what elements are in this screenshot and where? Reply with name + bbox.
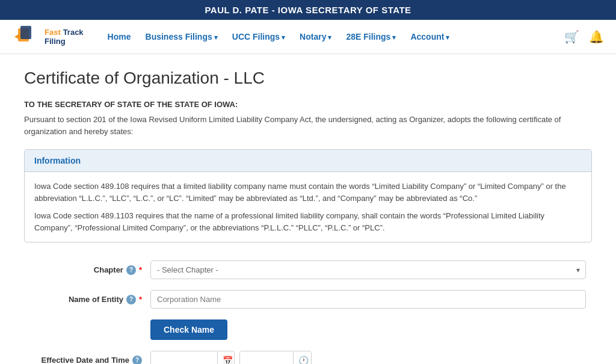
effective-date-calendar-icon[interactable]: 📅	[217, 352, 235, 365]
chapter-row: Chapter ? * - Select Chapter -	[24, 261, 592, 279]
logo-text: Fast Track Filing	[45, 28, 84, 46]
account-chevron	[446, 32, 449, 42]
page-title: Certificate of Organization - LLC	[24, 69, 592, 88]
logo-icon	[12, 25, 41, 49]
banner-text: PAUL D. PATE - IOWA SECRETARY OF STATE	[205, 5, 411, 15]
main-content: Certificate of Organization - LLC TO THE…	[0, 54, 616, 364]
form-section: Chapter ? * - Select Chapter - Name of E…	[24, 254, 592, 364]
28e-filings-chevron	[392, 32, 396, 42]
nav-ucc-filings[interactable]: UCC Filings	[226, 28, 291, 45]
notary-chevron	[328, 32, 331, 42]
effective-time-input[interactable]	[240, 351, 293, 364]
nav-28e-filings[interactable]: 28E Filings	[340, 28, 402, 45]
effective-time-clock-icon[interactable]: 🕐	[293, 352, 312, 365]
chapter-select[interactable]: - Select Chapter -	[150, 261, 586, 279]
name-entity-control	[150, 290, 586, 309]
name-required-star: *	[139, 295, 142, 304]
name-entity-row: Name of Entity ? *	[24, 290, 592, 309]
notifications-button[interactable]: 🔔	[589, 29, 604, 44]
chapter-label: Chapter ? *	[30, 265, 150, 275]
effective-date-control: 📅 🕐	[150, 351, 586, 364]
nav-links: Home Business Filings UCC Filings Notary…	[102, 28, 564, 45]
check-name-button[interactable]: Check Name	[150, 319, 227, 340]
navbar: Fast Track Filing Home Business Filings …	[0, 20, 616, 54]
ucc-filings-chevron	[282, 32, 285, 42]
cart-button[interactable]: 🛒	[564, 29, 579, 44]
effective-date-input-wrap: 📅	[150, 351, 235, 364]
chapter-help-icon[interactable]: ?	[126, 265, 136, 275]
chapter-control: - Select Chapter -	[150, 261, 586, 279]
effective-date-time-group: 📅 🕐	[150, 351, 586, 364]
intro-bold: TO THE SECRETARY OF STATE OF THE STATE O…	[24, 100, 592, 109]
name-help-icon[interactable]: ?	[126, 295, 136, 304]
effective-date-help-icon[interactable]: ?	[132, 356, 142, 365]
effective-time-input-wrap: 🕐	[239, 351, 312, 364]
effective-date-label: Effective Date and Time ?	[30, 356, 150, 365]
nav-icons: 🛒 🔔	[564, 29, 604, 44]
intro-text: Pursuant to section 201 of the Iowa Revi…	[24, 114, 592, 137]
effective-date-input[interactable]	[151, 351, 217, 364]
business-filings-chevron	[214, 32, 218, 42]
top-banner: PAUL D. PATE - IOWA SECRETARY OF STATE	[0, 0, 616, 20]
nav-account[interactable]: Account	[404, 28, 455, 45]
name-entity-input[interactable]	[150, 290, 586, 309]
nav-home[interactable]: Home	[102, 28, 137, 45]
name-entity-label: Name of Entity ? *	[30, 295, 150, 304]
effective-date-row: Effective Date and Time ? 📅 🕐	[24, 351, 592, 364]
check-name-row: Check Name	[24, 319, 592, 340]
info-box: Information Iowa Code section 489.108 re…	[24, 149, 592, 242]
cart-icon: 🛒	[564, 30, 579, 43]
nav-business-filings[interactable]: Business Filings	[140, 28, 224, 45]
info-box-header: Information	[25, 150, 591, 172]
info-paragraph-2: Iowa Code section 489.1103 requires that…	[34, 210, 582, 233]
info-paragraph-1: Iowa Code section 489.108 requires that …	[34, 180, 582, 204]
chapter-select-wrapper: - Select Chapter -	[150, 261, 586, 279]
logo-area[interactable]: Fast Track Filing	[12, 25, 84, 49]
nav-notary[interactable]: Notary	[294, 28, 337, 45]
svg-rect-2	[20, 26, 31, 39]
bell-icon: 🔔	[589, 30, 604, 43]
chapter-required-star: *	[139, 265, 142, 274]
info-box-body: Iowa Code section 489.108 requires that …	[25, 172, 591, 242]
